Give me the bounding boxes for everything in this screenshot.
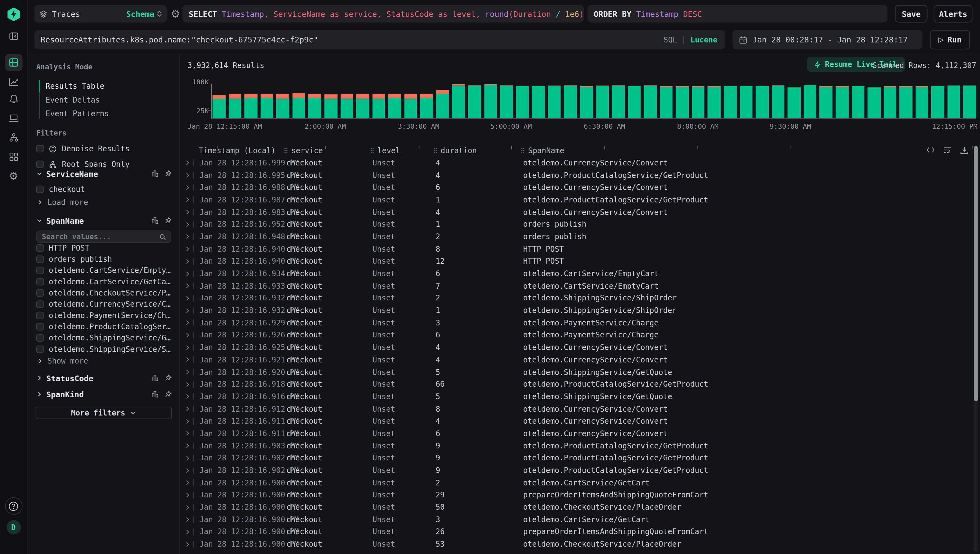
histogram-bar[interactable] — [308, 94, 321, 118]
table-row[interactable]: Jan 28 12:28:16.952 PMcheckoutUnset1orde… — [180, 218, 971, 231]
histogram-bar[interactable] — [628, 86, 641, 118]
row-expand-chevron[interactable] — [185, 234, 193, 240]
drag-handle-icon[interactable] — [433, 148, 437, 154]
group-pin-icon[interactable] — [164, 390, 172, 398]
row-expand-chevron[interactable] — [185, 185, 193, 191]
table-row[interactable]: Jan 28 12:28:16.983 PMcheckoutUnset4otel… — [180, 206, 971, 218]
histogram-bar[interactable] — [804, 85, 816, 118]
histogram-bar[interactable] — [596, 86, 609, 118]
value-checkbox[interactable] — [36, 186, 44, 193]
table-row[interactable]: Jan 28 12:28:16.999 PMcheckoutUnset4otel… — [180, 157, 971, 169]
client-sessions-icon[interactable] — [8, 113, 19, 123]
table-row[interactable]: Jan 28 12:28:16.911 PMcheckoutUnset6otel… — [180, 427, 971, 440]
histogram-bar[interactable] — [372, 94, 385, 118]
row-expand-chevron[interactable] — [185, 406, 193, 412]
histogram-bar[interactable] — [420, 94, 433, 118]
table-row[interactable]: Jan 28 12:28:16.903 PMcheckoutUnset9otel… — [180, 440, 971, 452]
table-row[interactable]: Jan 28 12:28:16.940 PMcheckoutUnset8HTTP… — [180, 243, 971, 255]
filter-value-row[interactable]: oteldemo.CheckoutService/Pla… — [36, 287, 173, 298]
row-expand-chevron[interactable] — [185, 505, 193, 510]
group-chart-icon[interactable] — [151, 390, 159, 398]
source-settings-gear-icon[interactable]: ⚙ — [171, 9, 181, 19]
table-row[interactable]: Jan 28 12:28:16.912 PMcheckoutUnset8otel… — [180, 403, 971, 415]
histogram-bar[interactable] — [532, 86, 545, 118]
histogram-bar[interactable] — [851, 86, 864, 118]
table-row[interactable]: Jan 28 12:28:16.987 PMcheckoutUnset1otel… — [180, 194, 971, 206]
row-expand-chevron[interactable] — [185, 271, 193, 277]
table-row[interactable]: Jan 28 12:28:16.929 PMcheckoutUnset3otel… — [180, 317, 971, 329]
root-spans-checkbox[interactable] — [36, 161, 44, 168]
histogram-bar[interactable] — [676, 86, 689, 118]
row-expand-chevron[interactable] — [185, 160, 193, 166]
group-chart-icon[interactable] — [151, 217, 159, 224]
histogram-bar[interactable] — [932, 86, 944, 118]
group-pin-icon[interactable] — [164, 217, 172, 224]
filter-value-row[interactable]: oteldemo.ShippingService/Shi… — [36, 344, 173, 355]
value-checkbox[interactable] — [36, 256, 44, 263]
chart-explorer-icon[interactable] — [8, 76, 19, 87]
time-range-picker[interactable]: 1 Jan 28 00:28:17 - Jan 28 12:28:17 — [733, 30, 923, 49]
denoise-results-toggle[interactable]: Denoise Results — [36, 143, 173, 154]
group-pin-icon[interactable] — [164, 374, 172, 382]
table-row[interactable]: Jan 28 12:28:16.932 PMcheckoutUnset1otel… — [180, 304, 971, 317]
row-expand-chevron[interactable] — [185, 369, 193, 375]
table-row[interactable]: Jan 28 12:28:16.926 PMcheckoutUnset6otel… — [180, 329, 971, 341]
row-expand-chevron[interactable] — [185, 517, 193, 522]
table-row[interactable]: Jan 28 12:28:16.933 PMcheckoutUnset7otel… — [180, 280, 971, 292]
language-toggle-sql[interactable]: SQL — [664, 35, 677, 44]
histogram-bar[interactable] — [644, 85, 657, 118]
row-expand-chevron[interactable] — [185, 431, 193, 436]
dashboards-icon[interactable] — [9, 152, 18, 161]
table-row[interactable]: Jan 28 12:28:16.920 PMcheckoutUnset5otel… — [180, 366, 971, 378]
row-expand-chevron[interactable] — [185, 320, 193, 326]
alerts-button[interactable]: Alerts — [934, 5, 972, 22]
group-chart-icon[interactable] — [151, 374, 159, 382]
histogram-bar[interactable] — [836, 86, 849, 118]
drag-handle-icon[interactable] — [370, 148, 374, 154]
histogram-bar[interactable] — [915, 86, 928, 118]
table-row[interactable]: Jan 28 12:28:16.948 PMcheckoutUnset2orde… — [180, 231, 971, 243]
histogram-bar[interactable] — [500, 85, 513, 118]
histogram-bar[interactable] — [868, 86, 880, 118]
group-chart-icon[interactable] — [151, 170, 159, 177]
filter-value-row[interactable]: oteldemo.CartService/EmptyCa… — [36, 265, 173, 276]
histogram-bar[interactable] — [692, 86, 704, 118]
value-checkbox[interactable] — [36, 312, 44, 320]
table-row[interactable]: Jan 28 12:28:16.940 PMcheckoutUnset12HTT… — [180, 255, 971, 267]
histogram-bar[interactable] — [228, 94, 241, 118]
root-spans-toggle[interactable]: Root Spans Only — [36, 159, 173, 170]
user-avatar[interactable]: D — [6, 520, 21, 535]
filter-value-row[interactable]: HTTP POST — [36, 242, 173, 253]
team-settings-gear-icon[interactable]: ⚙ — [9, 171, 18, 181]
histogram-bar[interactable] — [564, 85, 577, 118]
row-expand-chevron[interactable] — [185, 357, 193, 363]
histogram-bar[interactable] — [468, 85, 481, 118]
histogram-bar[interactable] — [292, 93, 305, 118]
column-header-spanname[interactable]: SpanName — [521, 146, 971, 155]
histogram-bar[interactable] — [708, 86, 720, 118]
run-button[interactable]: ▷Run — [930, 30, 970, 49]
table-row[interactable]: Jan 28 12:28:16.934 PMcheckoutUnset6otel… — [180, 267, 971, 280]
histogram-bar[interactable] — [276, 94, 289, 118]
row-expand-chevron[interactable] — [185, 222, 193, 228]
histogram-bar[interactable] — [947, 86, 960, 118]
service-map-icon[interactable] — [8, 132, 19, 143]
source-select[interactable]: Traces Schema — [34, 5, 167, 22]
app-logo[interactable] — [5, 6, 22, 22]
table-row[interactable]: Jan 28 12:28:16.900 PMcheckoutUnset29pre… — [180, 489, 971, 501]
histogram-bar[interactable] — [756, 86, 768, 118]
filter-value-row[interactable]: oteldemo.ShippingService/Get… — [36, 332, 173, 343]
value-checkbox[interactable] — [36, 267, 44, 274]
histogram-bar[interactable] — [580, 86, 593, 118]
value-checkbox[interactable] — [36, 345, 44, 353]
table-row[interactable]: Jan 28 12:28:16.900 PMcheckoutUnset50ote… — [180, 501, 971, 513]
table-row[interactable]: Jan 28 12:28:16.902 PMcheckoutUnset9otel… — [180, 464, 971, 476]
value-checkbox[interactable] — [36, 244, 44, 252]
row-expand-chevron[interactable] — [185, 197, 193, 203]
mode-event-patterns[interactable]: Event Patterns — [46, 108, 109, 119]
histogram-bar[interactable] — [724, 86, 737, 118]
table-row[interactable]: Jan 28 12:28:16.900 PMcheckoutUnset53ote… — [180, 538, 971, 551]
span-search-input[interactable] — [37, 232, 159, 241]
column-header-level[interactable]: level — [370, 146, 433, 155]
histogram-bar[interactable] — [452, 84, 465, 118]
